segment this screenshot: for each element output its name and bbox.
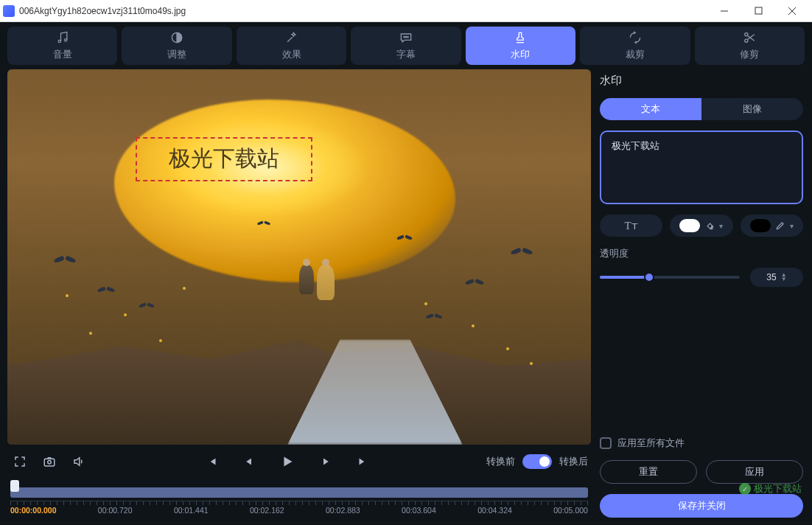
tool-effect[interactable]: 效果 (237, 27, 346, 65)
tool-volume[interactable]: 音量 (7, 27, 117, 65)
preview-before-label: 转换前 (486, 455, 515, 468)
opacity-slider[interactable] (600, 276, 740, 279)
tool-adjust[interactable]: 调整 (122, 27, 231, 65)
preview-toggle[interactable] (522, 454, 552, 469)
svg-point-9 (407, 37, 408, 38)
apply-button[interactable]: 应用 (706, 460, 803, 484)
opacity-value: 35 (766, 272, 776, 282)
svg-point-4 (58, 40, 60, 42)
reset-button[interactable]: 重置 (600, 460, 697, 484)
tab-image[interactable]: 图像 (701, 98, 803, 120)
paint-bucket-icon (704, 220, 715, 231)
skip-end-button[interactable] (353, 452, 372, 471)
timeline-current: 00:00:00.000 (10, 506, 56, 515)
timeline-playhead[interactable] (10, 480, 19, 492)
timeline-tick: 00:00.720 (98, 506, 133, 515)
apply-all-label: 应用至所有文件 (617, 437, 685, 450)
timeline-tick: 00:02.162 (250, 506, 284, 515)
font-button[interactable]: Tᴛ (600, 215, 662, 237)
apply-all-checkbox[interactable] (600, 437, 612, 449)
fill-swatch (679, 219, 700, 232)
tool-label: 调整 (167, 48, 186, 61)
tool-label: 效果 (282, 48, 301, 61)
panel-title: 水印 (600, 74, 803, 88)
timeline-tick: 00:02.883 (326, 506, 360, 515)
app-icon (3, 5, 15, 17)
svg-point-7 (404, 37, 405, 38)
stroke-color-button[interactable]: ▾ (741, 215, 803, 237)
spinner-arrows[interactable]: ▲▼ (781, 273, 787, 282)
speech-bubble-icon (399, 30, 413, 45)
minimize-button[interactable] (707, 0, 741, 22)
pen-icon (775, 220, 785, 231)
window-title: 006AkgtYgy1h82oecw1vzj311t0mo49s.jpg (19, 6, 707, 16)
svg-point-12 (745, 39, 748, 42)
timeline-track[interactable] (10, 487, 588, 498)
watermark-text-input[interactable] (600, 131, 803, 204)
watermark-panel: 水印 文本 图像 Tᴛ ▾ ▾ 透明度 (598, 69, 805, 518)
tool-watermark[interactable]: 水印 (466, 27, 575, 65)
step-forward-button[interactable] (316, 452, 335, 471)
maximize-button[interactable] (741, 0, 775, 22)
opacity-slider-thumb[interactable] (644, 272, 654, 282)
tool-label: 水印 (511, 48, 530, 61)
stamp-icon (513, 30, 528, 45)
video-preview[interactable]: 极光下载站 (7, 69, 591, 445)
tool-label: 音量 (53, 48, 72, 61)
tool-subtitle[interactable]: 字幕 (351, 27, 461, 65)
fill-color-button[interactable]: ▾ (670, 215, 732, 237)
watermark-overlay[interactable]: 极光下载站 (136, 137, 312, 181)
tool-trim[interactable]: 修剪 (695, 27, 805, 65)
svg-rect-1 (755, 7, 762, 14)
timeline-tick: 00:04.324 (477, 506, 512, 515)
opacity-spinner[interactable]: 35 ▲▼ (750, 268, 803, 287)
save-close-button[interactable]: 保存并关闭 (600, 494, 803, 518)
player-controls: 转换前 转换后 (7, 445, 591, 479)
main-toolbar: 音量 调整 效果 字幕 水印 裁剪 修剪 (0, 22, 812, 69)
fullscreen-button[interactable] (10, 452, 29, 471)
svg-point-8 (405, 37, 406, 38)
mute-button[interactable] (69, 452, 88, 471)
stroke-swatch (750, 219, 771, 232)
skip-start-button[interactable] (203, 452, 222, 471)
timeline: 00:00:00.000 00:00.720 00:01.441 00:02.1… (7, 479, 591, 518)
wand-icon (284, 30, 299, 45)
play-button[interactable] (276, 451, 298, 473)
step-back-button[interactable] (239, 452, 259, 471)
svg-point-11 (745, 33, 748, 36)
timeline-tick: 00:05.000 (553, 506, 588, 515)
timeline-ruler: 00:00:00.000 00:00.720 00:01.441 00:02.1… (10, 501, 588, 515)
tool-label: 裁剪 (626, 48, 645, 61)
timeline-tick: 00:01.441 (174, 506, 209, 515)
contrast-icon (169, 30, 184, 45)
preview-after-label: 转换后 (559, 455, 588, 468)
scissors-icon (742, 30, 757, 45)
tool-label: 字幕 (396, 48, 416, 61)
music-note-icon (55, 30, 70, 45)
svg-rect-13 (44, 459, 55, 466)
svg-point-5 (64, 39, 66, 41)
crop-rotate-icon (628, 30, 643, 45)
close-button[interactable] (775, 0, 809, 22)
watermark-type-segment: 文本 图像 (600, 98, 803, 120)
tab-text[interactable]: 文本 (600, 98, 701, 120)
opacity-label: 透明度 (600, 247, 803, 260)
tool-label: 修剪 (740, 48, 759, 61)
timeline-tick: 00:03.604 (402, 506, 436, 515)
window-titlebar: 006AkgtYgy1h82oecw1vzj311t0mo49s.jpg (0, 0, 812, 22)
tool-crop[interactable]: 裁剪 (580, 27, 690, 65)
svg-point-14 (48, 461, 52, 465)
snapshot-button[interactable] (40, 452, 59, 471)
